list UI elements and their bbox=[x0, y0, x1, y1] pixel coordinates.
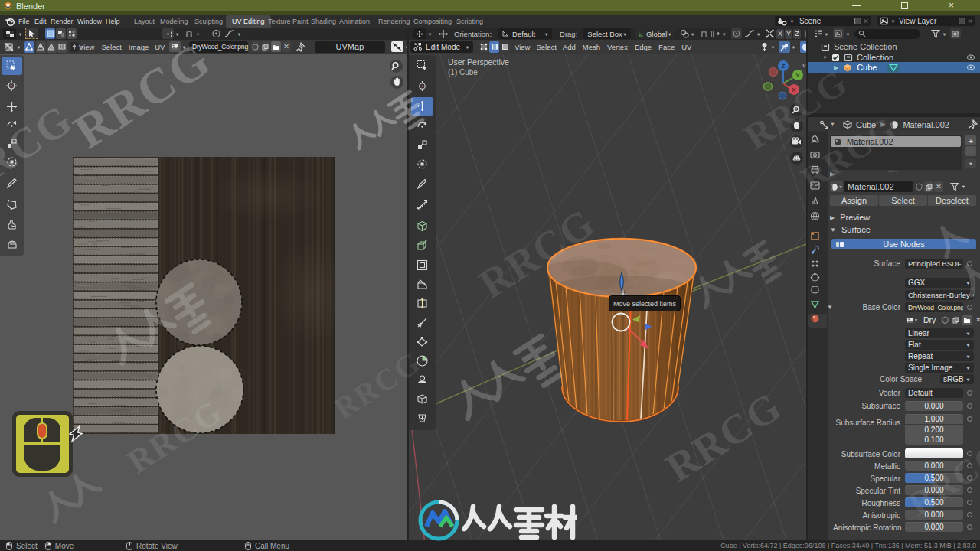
svg-text:Z: Z bbox=[782, 63, 786, 70]
svg-text:Y: Y bbox=[795, 72, 800, 79]
